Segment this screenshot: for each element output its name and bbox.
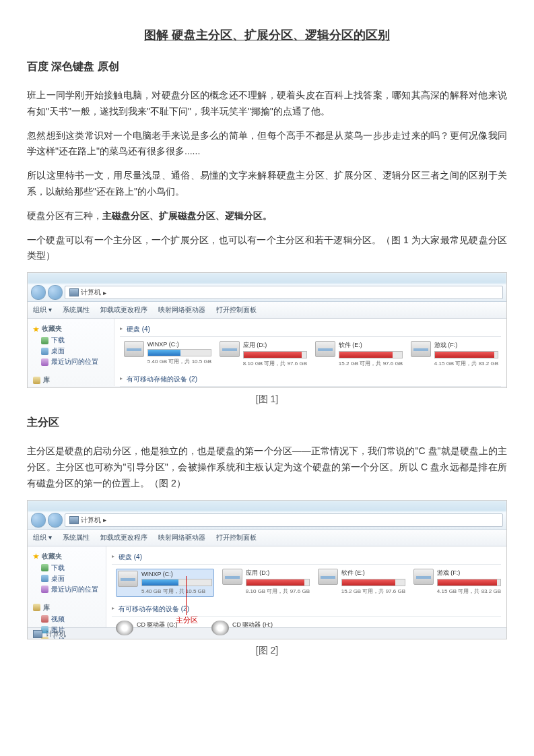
- sidebar-favorites[interactable]: ★收藏夹: [30, 323, 111, 335]
- drive-text: 4.15 GB 可用，共 83.2 GB: [437, 588, 501, 595]
- explorer-body: ★收藏夹 下载 桌面 最近访问的位置 库 视频 图片 硬盘 (4) WINXP …: [28, 319, 506, 386]
- back-button[interactable]: [31, 513, 46, 528]
- main-panel: 硬盘 (4) WINXP (C:) 5.40 GB 可用，共 10.5 GB 应…: [114, 319, 506, 386]
- drive-e[interactable]: 软件 (E:) 15.2 GB 可用，共 97.6 GB: [318, 569, 405, 597]
- sidebar-item-video[interactable]: 视频: [30, 386, 111, 388]
- cd-label: CD 驱动器 (H:): [232, 621, 299, 629]
- tb-prop[interactable]: 系统属性: [63, 533, 90, 542]
- sidebar-library[interactable]: 库: [30, 374, 111, 386]
- sidebar-item-downloads[interactable]: 下载: [30, 335, 111, 346]
- drive-f[interactable]: 游戏 (F:) 4.15 GB 可用，共 83.2 GB: [413, 569, 501, 597]
- drive-c[interactable]: WINXP (C:) 5.40 GB 可用，共 10.5 GB: [124, 341, 211, 367]
- drive-usage-bar: [339, 352, 393, 358]
- drive-text: 8.10 GB 可用，共 97.6 GB: [246, 588, 310, 595]
- drive-icon: [315, 341, 335, 357]
- tb-mapnet[interactable]: 映射网络驱动器: [158, 305, 205, 315]
- tb-organize[interactable]: 组织 ▾: [33, 305, 52, 315]
- sidebar-library[interactable]: 库: [30, 602, 103, 614]
- caption-1: [图 1]: [27, 393, 507, 406]
- drive-e[interactable]: 软件 (E:) 15.2 GB 可用，共 97.6 GB: [315, 341, 403, 367]
- tb-uninstall[interactable]: 卸载或更改程序: [100, 533, 147, 542]
- drive-icon: [124, 341, 144, 357]
- paragraph-6: 主分区是硬盘的启动分区，他是独立的，也是硬盘的第一个分区——正常情况下，我们常说…: [27, 443, 507, 491]
- para4-bold: 主磁盘分区、扩展磁盘分区、逻辑分区。: [102, 210, 272, 221]
- sidebar-item-desktop[interactable]: 桌面: [30, 573, 103, 584]
- video-icon: [41, 615, 48, 623]
- drive-cd2[interactable]: CD 驱动器 (H:): [211, 621, 299, 635]
- drive-row: WINXP (C:) 5.40 GB 可用，共 10.5 GB 应用 (D:) …: [120, 340, 501, 373]
- video-icon: [41, 388, 48, 389]
- paragraph-5: 一个硬盘可以有一个主分区，一个扩展分区，也可以有一个主分区和若干逻辑分区。（图 …: [27, 232, 507, 265]
- group-disks[interactable]: 硬盘 (4): [112, 550, 501, 565]
- star-icon: ★: [33, 553, 39, 560]
- group-removable[interactable]: 有可移动存储的设备 (2): [120, 373, 501, 387]
- crumb-text: 计算机: [81, 515, 101, 525]
- sidebar: ★收藏夹 下载 桌面 最近访问的位置 库 视频 图片: [28, 319, 114, 386]
- main-panel: 硬盘 (4) WINXP (C:) 5.40 GB 可用，共 10.5 GB 应…: [106, 546, 506, 627]
- breadcrumb[interactable]: 计算机 ▸: [65, 513, 503, 527]
- para4-prefix: 硬盘分区有三种，: [27, 210, 102, 221]
- download-icon: [41, 337, 48, 344]
- drive-text: 5.40 GB 可用，共 10.5 GB: [147, 358, 211, 365]
- drive-label: WINXP (C:): [141, 571, 212, 577]
- drive-icon: [318, 569, 338, 585]
- tb-ctrlpanel[interactable]: 打开控制面板: [216, 533, 257, 542]
- drive-c-selected[interactable]: WINXP (C:) 5.40 GB 可用，共 10.5 GB: [116, 569, 214, 597]
- forward-button[interactable]: [48, 513, 63, 528]
- drive-label: 游戏 (F:): [434, 341, 498, 350]
- tb-mapnet[interactable]: 映射网络驱动器: [158, 533, 205, 542]
- sidebar-item-recent[interactable]: 最近访问的位置: [30, 584, 103, 595]
- drive-icon: [222, 569, 242, 585]
- drive-icon: [220, 341, 240, 357]
- back-button[interactable]: [31, 285, 46, 300]
- drive-usage-bar: [244, 352, 302, 358]
- drive-f[interactable]: 游戏 (F:) 4.15 GB 可用，共 83.2 GB: [411, 341, 498, 367]
- forward-button[interactable]: [48, 285, 63, 300]
- sidebar-item-recent[interactable]: 最近访问的位置: [30, 356, 111, 367]
- drive-usage-bar: [435, 352, 494, 358]
- drive-label: 软件 (E:): [339, 341, 403, 350]
- tb-uninstall[interactable]: 卸载或更改程序: [100, 305, 147, 315]
- desktop-icon: [41, 348, 48, 355]
- drive-text: 5.40 GB 可用，共 10.5 GB: [141, 588, 212, 595]
- drive-d[interactable]: 应用 (D:) 8.10 GB 可用，共 97.6 GB: [222, 569, 310, 597]
- recent-icon: [41, 358, 48, 366]
- sidebar-favorites[interactable]: ★收藏夹: [30, 550, 103, 563]
- group-disks[interactable]: 硬盘 (4): [120, 323, 501, 337]
- cd-icon: [211, 621, 229, 635]
- drive-text: 15.2 GB 可用，共 97.6 GB: [341, 588, 405, 595]
- drive-usage-bar: [142, 579, 178, 586]
- computer-icon: [69, 516, 79, 524]
- paragraph-3: 所以这里特书一文，用尽量浅显、通俗、易懂的文字来解释硬盘主分区、扩展分区、逻辑分…: [27, 168, 507, 200]
- star-icon: ★: [33, 325, 39, 333]
- paragraph-1: 班上一同学刚开始接触电脑，对硬盘分区的概念还不理解，硬着头皮在百科上找答案，哪知…: [27, 88, 507, 120]
- sidebar-item-desktop[interactable]: 桌面: [30, 346, 111, 356]
- breadcrumb[interactable]: 计算机 ▸: [65, 286, 503, 299]
- explorer-toolbar: 组织 ▾ 系统属性 卸载或更改程序 映射网络驱动器 打开控制面板: [28, 530, 506, 546]
- drive-d[interactable]: 应用 (D:) 8.10 GB 可用，共 97.6 GB: [220, 341, 307, 367]
- sidebar: ★收藏夹 下载 桌面 最近访问的位置 库 视频 图片 文档 音乐: [28, 546, 106, 627]
- screenshot-2: 计算机 ▸ 组织 ▾ 系统属性 卸载或更改程序 映射网络驱动器 打开控制面板 ★…: [27, 500, 507, 639]
- library-icon: [33, 604, 40, 611]
- tb-prop[interactable]: 系统属性: [63, 305, 90, 315]
- drive-text: 4.15 GB 可用，共 83.2 GB: [434, 360, 498, 367]
- download-icon: [41, 564, 48, 571]
- drive-text: 15.2 GB 可用，共 97.6 GB: [339, 360, 403, 367]
- desktop-icon: [41, 575, 48, 582]
- explorer-nav: 计算机 ▸: [28, 511, 506, 530]
- tb-ctrlpanel[interactable]: 打开控制面板: [216, 305, 257, 315]
- sidebar-item-video[interactable]: 视频: [30, 614, 103, 625]
- drive-usage-bar: [438, 579, 497, 586]
- drive-usage-bar: [148, 350, 180, 356]
- tb-organize[interactable]: 组织 ▾: [33, 533, 52, 542]
- drive-icon: [413, 569, 434, 585]
- page-title: 图解 硬盘主分区、扩展分区、逻辑分区的区别: [27, 27, 507, 43]
- group-removable[interactable]: 有可移动存储的设备 (2): [112, 602, 501, 617]
- status-text: 计算机: [46, 629, 66, 639]
- explorer-nav: 计算机 ▸: [28, 284, 506, 302]
- sidebar-item-downloads[interactable]: 下载: [30, 563, 103, 573]
- drive-icon: [118, 571, 138, 587]
- section-main-partition: 主分区: [27, 416, 507, 430]
- drive-label: 应用 (D:): [243, 341, 307, 350]
- drive-label: WINXP (C:): [147, 341, 211, 348]
